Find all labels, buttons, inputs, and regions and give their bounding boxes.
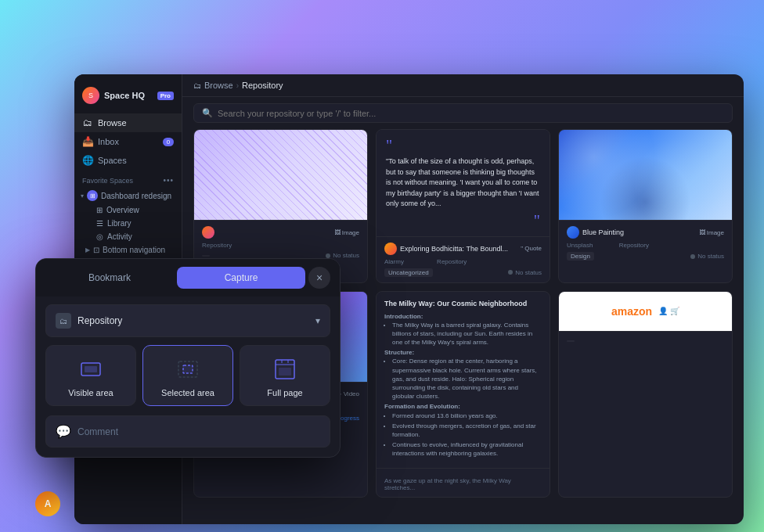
breadcrumb-browse: Browse [204,81,233,90]
modal-tab-row: Bookmark Capture × [36,259,340,297]
pro-badge: Pro [157,92,174,100]
search-bar[interactable]: 🔍 [193,103,733,123]
chevron-down-icon: ▾ [315,315,320,326]
sidebar-item-label: Inbox [98,137,119,146]
sidebar-sub-activity[interactable]: ◎ Activity [74,230,182,243]
card-source: Repository [202,242,232,249]
repository-dropdown[interactable]: 🗂 Repository ▾ [45,304,330,337]
painting-texture [559,130,732,220]
comment-row[interactable]: 💬 Comment [45,415,330,448]
status-label: No status [697,253,724,260]
sidebar-item-inbox[interactable]: 📥 Inbox 0 [74,132,182,151]
visible-area-icon [78,357,103,382]
capture-label: Full page [267,388,302,397]
card-tags-row: As we gaze up at the night sky, the Milk… [384,477,542,491]
status-dot [508,270,513,275]
space-icon: ⊞ [87,190,98,201]
card-type: 🖼 Image [699,229,724,236]
capture-visible-area[interactable]: Visible area [45,345,136,406]
sidebar-sub-library[interactable]: ☰ Library [74,217,182,230]
sidebar-section-header: Favorite Spaces ••• [74,170,182,188]
search-icon: 🔍 [202,108,213,118]
card-tag: Design [567,252,594,261]
svg-rect-1 [85,366,97,372]
topbar: 🗂 Browse › Repository [182,74,744,97]
card-source: Unsplash Repository [567,242,649,249]
card-footer: Blue Painting 🖼 Image Unsplash Repositor… [559,220,732,266]
search-input[interactable] [218,109,724,118]
card-blue-painting[interactable]: Blue Painting 🖼 Image Unsplash Repositor… [558,129,733,283]
group-label: Bottom navigation [103,246,165,254]
repo-dropdown-icon: 🗂 [56,313,71,329]
breadcrumb-separator: › [236,81,239,90]
card-avatar [384,243,397,255]
capture-tab[interactable]: Capture [177,267,305,289]
card-status: No status [508,269,542,276]
card-quote-content: " "To talk of the size of a thought is o… [377,130,550,236]
capture-modal: Bookmark Capture × 🗂 Repository ▾ Visibl… [35,258,341,458]
quote-text: "To talk of the size of a thought is odd… [386,156,540,210]
card-avatar [567,226,579,239]
dropdown-label: Repository [77,315,315,326]
inbox-badge: 0 [163,138,174,146]
card-status: No status [690,253,724,260]
card-tag: Uncategorized [384,268,433,277]
card-tags-row [567,340,724,342]
capture-label: Visible area [68,388,113,397]
card-footer: Exploring Bodhicitta: The Boundl... " Qu… [377,236,550,282]
overview-icon: ⊞ [96,206,103,214]
workspace-header[interactable]: S Space HQ Pro [74,82,182,109]
card-ecommerce[interactable]: amazon 👤 🛒 [558,291,733,498]
modal-close-button[interactable]: × [308,267,330,289]
folder-icon: 🗂 [193,81,201,90]
status-dot [326,253,330,258]
card-footer: As we gaze up at the night sky, the Milk… [377,468,550,497]
sub-label: Activity [107,232,132,241]
status-dot [690,254,695,259]
capture-selected-area[interactable]: Selected area [142,345,233,406]
sidebar-space-dashboard[interactable]: ▾ ⊞ Dashboard redesign [74,188,182,203]
sub-label: Library [107,219,132,228]
sidebar-item-browse[interactable]: 🗂 Browse [74,113,182,132]
status-label: No status [333,252,359,259]
sidebar-item-spaces[interactable]: 🌐 Spaces [74,151,182,170]
workspace-avatar: S [82,87,99,104]
ecommerce-icons: 👤 🛒 [658,307,679,315]
capture-options: Visible area Selected area [36,345,340,415]
capture-full-page[interactable]: Full page [240,345,330,406]
sidebar-group-bottom-nav[interactable]: ▶ ⊡ Bottom navigation [74,243,182,257]
article-body: Introduction: The Milky Way is a barred … [384,312,542,458]
card-title: Blue Painting [582,228,696,236]
card-quote[interactable]: " "To talk of the size of a thought is o… [376,129,550,283]
card-thumbnail-blue [559,130,732,220]
sub-label: Overview [106,206,139,214]
full-page-icon [272,357,297,382]
inbox-icon: 📥 [82,136,93,147]
card-source-row: Repository [202,242,359,249]
sidebar-item-label: Browse [98,118,127,128]
comment-label: Comment [77,426,118,437]
section-label: Favorite Spaces [82,177,133,185]
svg-rect-6 [279,368,291,376]
card-source: As we gaze up at the night sky, the Milk… [384,477,542,491]
card-tags-row: Design No status [567,252,724,261]
user-avatar: A [35,491,60,516]
selected-area-icon [175,357,200,382]
sidebar-item-label: Spaces [98,156,127,165]
card-tags-row: Uncategorized No status [384,268,542,277]
card-type: 🖼 Image [334,229,359,236]
card-article[interactable]: The Milky Way: Our Cosmic Neighborhood I… [376,291,550,498]
svg-rect-3 [183,365,193,373]
article-title: The Milky Way: Our Cosmic Neighborhood [384,300,542,307]
activity-icon: ◎ [96,232,103,241]
card-meta: Blue Painting 🖼 Image [567,226,724,239]
breadcrumb: 🗂 Browse › Repository [193,81,283,90]
browse-icon: 🗂 [82,117,93,128]
chevron-icon: ▶ [85,246,90,253]
quote-mark-top: " [386,138,540,153]
capture-label: Selected area [161,388,214,397]
card-source-row: Alarmy Repository [384,258,542,265]
sidebar-sub-overview[interactable]: ⊞ Overview [74,203,182,217]
bookmark-tab[interactable]: Bookmark [45,267,174,289]
card-thumbnail-ecommerce: amazon 👤 🛒 [559,292,732,331]
